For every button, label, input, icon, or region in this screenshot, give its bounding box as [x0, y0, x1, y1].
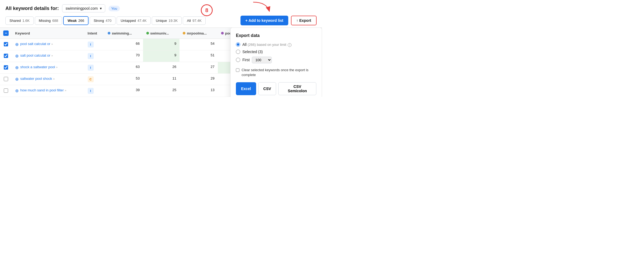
swimuniv-dot — [146, 32, 149, 35]
mrpoolma-dot — [183, 32, 185, 35]
export-option-all[interactable]: All (266) based on your limit i — [236, 42, 316, 47]
row-1-keyword: ⊕ pool salt calculat or » — [12, 39, 84, 50]
add-to-keyword-list-button[interactable]: + Add to keyword list — [240, 16, 288, 25]
row-4-intent-badge: C — [88, 76, 94, 82]
row-3-mrpoolma: 27 — [179, 62, 218, 74]
poolresea-dot — [221, 32, 224, 35]
info-icon[interactable]: i — [288, 43, 292, 47]
row-4-keyword-text[interactable]: saltwater pool shock » — [20, 76, 55, 81]
domain-selector[interactable]: swimmingpool.com ▾ — [62, 4, 105, 12]
row-5-swimming: 39 — [104, 85, 143, 97]
tab-shared-label: Shared — [9, 19, 21, 23]
row-3-checkbox[interactable] — [4, 65, 8, 70]
row-4-swimuniv: 11 — [143, 74, 180, 85]
tab-all[interactable]: All 97.4K — [183, 16, 205, 25]
tab-unique-count: 19.3K — [168, 19, 178, 23]
row-5-checkbox[interactable] — [4, 88, 8, 93]
export-all-label: All (266) based on your limit i — [242, 42, 292, 47]
export-first-select[interactable]: 100 200 500 — [252, 57, 272, 63]
table-container: Keyword Intent swimming... swimuniv... — [0, 28, 322, 97]
row-1-plus-icon: ⊕ — [15, 42, 19, 47]
tab-missing[interactable]: Missing 688 — [35, 16, 62, 25]
th-swimming: swimming... — [104, 28, 143, 39]
swimming-dot — [108, 32, 110, 35]
csv-semicolon-format-button[interactable]: CSV Semicolon — [278, 82, 316, 95]
clear-keywords-label: Clear selected keywords once the export … — [242, 68, 316, 77]
row-2-intent-badge: I — [88, 53, 94, 59]
domain-name: swimmingpool.com — [66, 6, 98, 11]
tab-shared[interactable]: Shared 1.6K — [5, 16, 34, 25]
row-1-swimming: 66 — [104, 39, 143, 50]
row-2-mrpoolma: 51 — [179, 50, 218, 62]
row-2-swimming: 70 — [104, 50, 143, 62]
export-first-radio[interactable] — [236, 58, 240, 62]
tab-strong[interactable]: Strong 470 — [90, 16, 116, 25]
row-3-intent: I — [84, 62, 105, 74]
export-panel-title: Export data — [236, 33, 316, 38]
row-3-intent-badge: I — [88, 65, 94, 71]
row-5-checkbox-cell — [0, 85, 12, 97]
export-selected-label: Selected (3) — [242, 50, 263, 54]
tab-strong-label: Strong — [94, 19, 104, 23]
row-5-intent-badge: I — [88, 88, 94, 94]
th-swimuniv: swimuniv... — [143, 28, 180, 39]
tab-missing-count: 688 — [52, 19, 58, 23]
tab-all-count: 97.4K — [192, 19, 202, 23]
row-5-intent: I — [84, 85, 105, 97]
header: All keyword details for: swimmingpool.co… — [0, 0, 322, 16]
tab-untapped-count: 47.4K — [137, 19, 147, 23]
th-checkbox — [0, 28, 12, 39]
tab-shared-count: 1.6K — [22, 19, 30, 23]
row-3-checkbox-cell — [0, 62, 12, 74]
tab-untapped[interactable]: Untapped 47.4K — [117, 16, 151, 25]
export-options: All (266) based on your limit i Selected… — [236, 42, 316, 63]
export-option-first[interactable]: First 100 200 500 — [236, 57, 316, 63]
row-5-swimuniv: 25 — [143, 85, 180, 97]
excel-format-button[interactable]: Excel — [236, 82, 256, 95]
row-4-keyword: ⊕ saltwater pool shock » — [12, 74, 84, 85]
th-mrpoolma: mrpoolma... — [179, 28, 218, 39]
csv-format-button[interactable]: CSV — [258, 82, 276, 95]
row-2-swimuniv: 9 — [143, 50, 180, 62]
export-button[interactable]: ↑ Export — [291, 16, 317, 25]
row-1-intent: I — [84, 39, 105, 50]
export-format-buttons: Excel CSV CSV Semicolon — [236, 82, 316, 95]
tab-weak[interactable]: Weak 266 — [63, 16, 88, 25]
tab-unique[interactable]: Unique 19.3K — [152, 16, 182, 25]
row-3-swimuniv: 26 — [143, 62, 180, 74]
row-5-keyword-text[interactable]: how much sand in pool filter » — [20, 88, 66, 93]
page-title: All keyword details for: — [5, 6, 59, 11]
tab-weak-count: 266 — [78, 19, 84, 23]
action-buttons: + Add to keyword list ↑ Export — [240, 16, 317, 25]
step-arrow-icon — [245, 0, 272, 15]
row-4-checkbox[interactable] — [4, 77, 8, 81]
deselect-all-button[interactable] — [3, 30, 9, 36]
clear-keywords-checkbox[interactable] — [236, 68, 239, 72]
row-4-intent: C — [84, 74, 105, 85]
row-4-plus-icon: ⊕ — [15, 77, 19, 82]
row-2-checkbox[interactable] — [4, 54, 8, 58]
row-5-mrpoolma: 13 — [179, 85, 218, 97]
row-1-keyword-text[interactable]: pool salt calculat or » — [20, 42, 53, 46]
row-4-swimming: 53 — [104, 74, 143, 85]
th-keyword: Keyword — [12, 28, 84, 39]
tab-weak-label: Weak — [67, 19, 77, 23]
row-3-keyword: ⊕ shock a saltwater pool » — [12, 62, 84, 74]
export-panel: Export data All (266) based on your limi… — [230, 28, 322, 97]
tab-strong-count: 470 — [106, 19, 111, 23]
row-1-checkbox-cell — [0, 39, 12, 50]
row-1-checkbox[interactable] — [4, 42, 8, 46]
export-option-selected[interactable]: Selected (3) — [236, 50, 316, 54]
row-5-plus-icon: ⊕ — [15, 88, 19, 93]
row-2-checkbox-cell — [0, 50, 12, 62]
export-all-radio[interactable] — [236, 42, 240, 47]
row-3-keyword-text[interactable]: shock a saltwater pool » — [20, 65, 57, 70]
tabs-bar: Shared 1.6K Missing 688 Weak 266 Strong … — [0, 16, 322, 25]
row-4-mrpoolma: 29 — [179, 74, 218, 85]
row-2-keyword-text[interactable]: salt pool calculat or » — [20, 53, 53, 58]
export-selected-radio[interactable] — [236, 50, 240, 54]
tab-all-label: All — [187, 19, 191, 23]
tab-untapped-label: Untapped — [121, 19, 136, 23]
export-all-sublabel: (266) based on your limit — [248, 43, 286, 47]
chevron-down-icon: ▾ — [100, 6, 102, 11]
